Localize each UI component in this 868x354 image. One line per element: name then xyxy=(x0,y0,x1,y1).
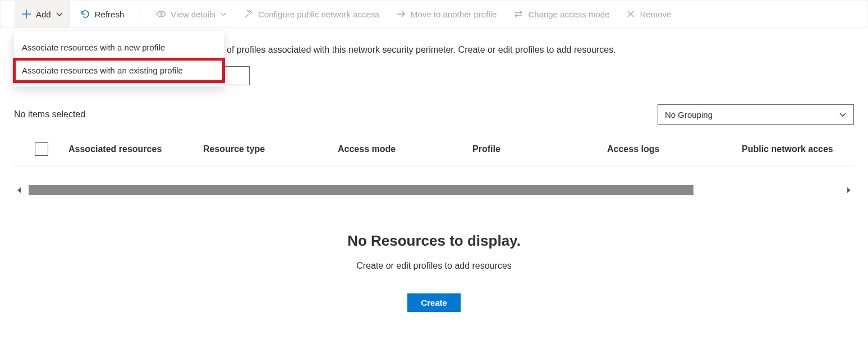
add-label: Add xyxy=(36,10,51,19)
chevron-down-icon xyxy=(56,10,63,18)
command-bar: Add Refresh View details Configure publi… xyxy=(0,0,868,28)
eye-icon xyxy=(156,9,166,19)
swap-icon xyxy=(513,9,523,19)
dropdown-item-new-profile[interactable]: Associate resources with a new profile xyxy=(14,36,224,59)
column-access-mode[interactable]: Access mode xyxy=(338,144,472,154)
empty-subtitle: Create or edit profiles to add resources xyxy=(14,261,854,271)
column-access-logs[interactable]: Access logs xyxy=(607,144,742,154)
remove-label: Remove xyxy=(640,10,671,19)
refresh-button[interactable]: Refresh xyxy=(74,1,131,27)
dropdown-item-label: Associate resources with a new profile xyxy=(22,43,165,52)
move-label: Move to another profile xyxy=(411,10,497,19)
change-mode-label: Change access mode xyxy=(528,10,609,19)
selection-status: No items selected xyxy=(14,109,85,119)
select-all-checkbox[interactable] xyxy=(35,142,48,156)
configure-network-button: Configure public network access xyxy=(237,1,386,27)
svg-point-0 xyxy=(160,13,162,15)
table-header: Associated resources Resource type Acces… xyxy=(14,132,854,166)
scroll-left-arrow[interactable] xyxy=(14,186,24,194)
grouping-dropdown[interactable]: No Grouping xyxy=(658,104,854,125)
chevron-down-icon xyxy=(839,111,847,118)
scroll-right-arrow[interactable] xyxy=(844,186,854,194)
empty-state: No Resources to display. Create or edit … xyxy=(14,232,854,312)
scrollbar-thumb[interactable] xyxy=(29,185,694,195)
chevron-down-icon xyxy=(220,11,227,17)
add-button[interactable]: Add xyxy=(15,1,70,27)
add-dropdown: Associate resources with a new profile A… xyxy=(14,31,224,86)
column-profile[interactable]: Profile xyxy=(472,144,607,154)
arrow-right-icon xyxy=(396,9,406,19)
close-icon xyxy=(626,10,635,19)
toolbar-separator xyxy=(140,8,140,20)
horizontal-scrollbar[interactable] xyxy=(14,182,854,199)
dropdown-item-label: Associate resources with an existing pro… xyxy=(22,66,183,75)
refresh-icon xyxy=(80,9,90,19)
change-mode-button: Change access mode xyxy=(507,1,616,27)
column-resource-type[interactable]: Resource type xyxy=(203,144,338,154)
column-public-network[interactable]: Public network acces xyxy=(742,144,854,154)
create-button[interactable]: Create xyxy=(407,293,461,312)
page-description: of profiles associated with this network… xyxy=(227,45,687,55)
plug-icon xyxy=(244,9,254,19)
remove-button: Remove xyxy=(619,1,678,27)
view-details-label: View details xyxy=(171,10,215,19)
scrollbar-track[interactable] xyxy=(29,185,839,195)
configure-label: Configure public network access xyxy=(258,10,379,19)
refresh-label: Refresh xyxy=(95,10,125,19)
grouping-value: No Grouping xyxy=(665,110,713,119)
dropdown-item-existing-profile[interactable]: Associate resources with an existing pro… xyxy=(14,59,224,82)
plus-icon xyxy=(21,9,31,19)
move-profile-button: Move to another profile xyxy=(389,1,503,27)
column-associated-resources[interactable]: Associated resources xyxy=(68,144,203,154)
view-details-button: View details xyxy=(149,1,233,27)
create-button-label: Create xyxy=(421,298,447,307)
empty-title: No Resources to display. xyxy=(14,232,854,250)
